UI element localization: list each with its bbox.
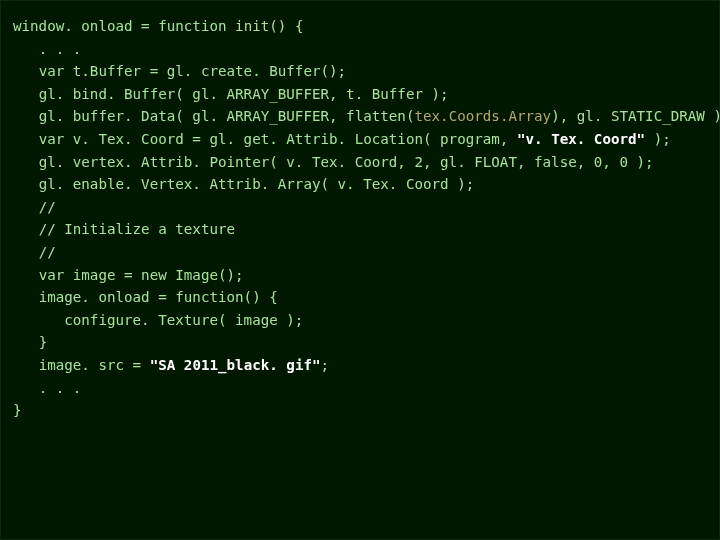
code-segment: var image = new Image(); [39,267,244,283]
indent [13,289,39,305]
indent [13,108,39,124]
indent [13,312,64,328]
code-segment: // [39,244,56,260]
code-segment: image. onload = function() { [39,289,278,305]
code-segment: // [39,199,56,215]
code-line: image. src = "SA 2011_black. gif"; [13,354,707,377]
indent [13,86,39,102]
code-segment: configure. Texture( image ); [64,312,303,328]
code-line: gl. vertex. Attrib. Pointer( v. Tex. Coo… [13,151,707,174]
indent [13,221,39,237]
code-line: window. onload = function init() { [13,15,707,38]
code-segment: // Initialize a texture [39,221,235,237]
indent [13,131,39,147]
code-segment: tex.Coords.Array [414,108,551,124]
code-segment: var v. Tex. Coord = gl. get. Attrib. Loc… [39,131,517,147]
code-segment: gl. enable. Vertex. Attrib. Array( v. Te… [39,176,475,192]
code-line: } [13,399,707,422]
indent [13,154,39,170]
code-segment: var t.Buffer = gl. create. Buffer(); [39,63,347,79]
code-line: var v. Tex. Coord = gl. get. Attrib. Loc… [13,128,707,151]
code-line: var t.Buffer = gl. create. Buffer(); [13,60,707,83]
code-line: . . . [13,38,707,61]
indent [13,199,39,215]
code-segment: ), gl. STATIC_DRAW ); [551,108,720,124]
code-line: var image = new Image(); [13,264,707,287]
code-line: // Initialize a texture [13,218,707,241]
code-line: gl. buffer. Data( gl. ARRAY_BUFFER, flat… [13,105,707,128]
code-line: . . . [13,377,707,400]
indent [13,334,39,350]
code-segment: window. onload = function [13,18,235,34]
code-segment: . . . [39,380,82,396]
code-line: // [13,241,707,264]
code-segment: "v. Tex. Coord" [517,131,645,147]
code-line: gl. enable. Vertex. Attrib. Array( v. Te… [13,173,707,196]
code-segment: . . . [39,41,82,57]
indent [13,176,39,192]
indent [13,63,39,79]
code-segment: gl. buffer. Data( gl. ARRAY_BUFFER, flat… [39,108,415,124]
code-segment: "SA 2011_black. gif" [150,357,321,373]
indent [13,244,39,260]
indent [13,41,39,57]
code-line: } [13,331,707,354]
code-line: image. onload = function() { [13,286,707,309]
code-segment: ; [321,357,330,373]
code-block: window. onload = function init() { . . .… [0,0,720,540]
code-line: gl. bind. Buffer( gl. ARRAY_BUFFER, t. B… [13,83,707,106]
code-segment: } [13,402,22,418]
code-segment: } [39,334,48,350]
indent [13,357,39,373]
code-segment: init() { [235,18,303,34]
indent [13,380,39,396]
code-segment: gl. vertex. Attrib. Pointer( v. Tex. Coo… [39,154,654,170]
code-line: configure. Texture( image ); [13,309,707,332]
code-segment: ); [645,131,671,147]
indent [13,267,39,283]
code-line: // [13,196,707,219]
code-segment: gl. bind. Buffer( gl. ARRAY_BUFFER, t. B… [39,86,449,102]
code-segment: image. src = [39,357,150,373]
